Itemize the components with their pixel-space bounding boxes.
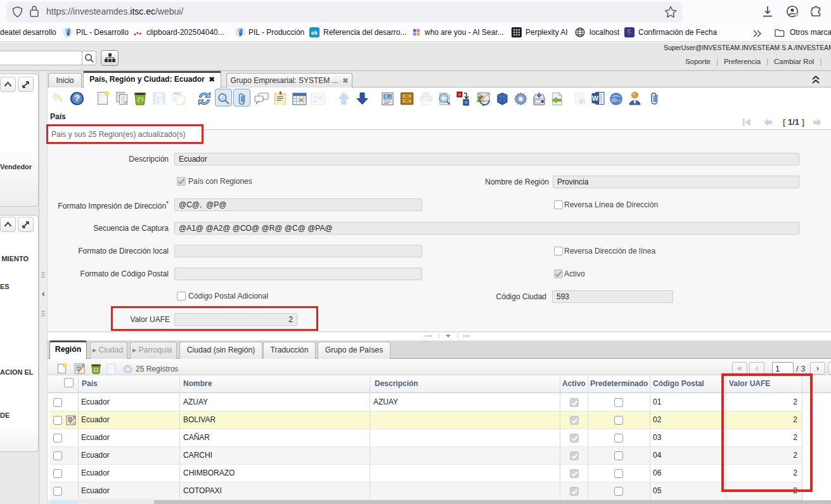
svg-text:W: W [592,94,598,102]
svg-text:?: ? [74,93,80,103]
svg-text:ek: ek [311,29,318,36]
